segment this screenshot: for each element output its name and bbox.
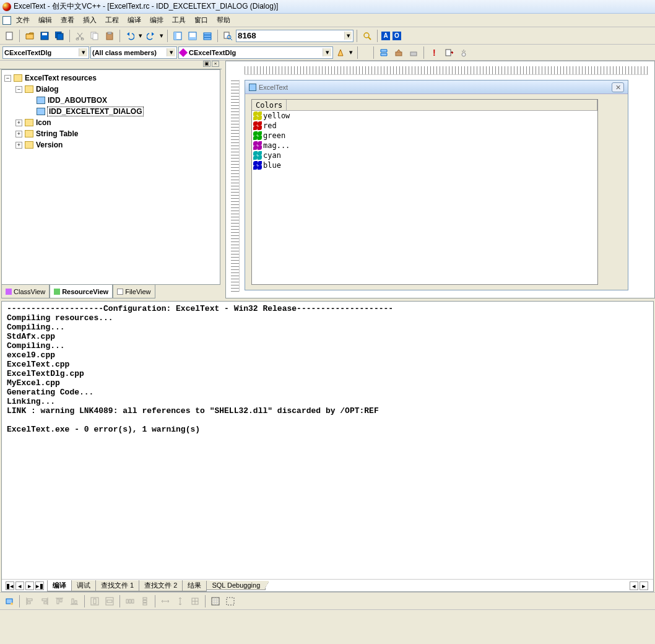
- menu-project[interactable]: 工程: [102, 14, 123, 26]
- collapse-icon[interactable]: −: [4, 75, 11, 82]
- menu-file[interactable]: 文件: [12, 14, 33, 26]
- menu-insert[interactable]: 插入: [79, 14, 100, 26]
- space-down-button: [138, 594, 152, 608]
- same-height-button: [173, 594, 187, 608]
- window-list-button[interactable]: [201, 29, 214, 43]
- func-combo[interactable]: CExcelTextDlg▾: [178, 46, 333, 59]
- members-combo[interactable]: (All class members)▾: [90, 46, 177, 59]
- cut-button[interactable]: [73, 29, 87, 43]
- chevron-down-icon[interactable]: ▾: [167, 48, 175, 56]
- col-empty[interactable]: [287, 100, 597, 110]
- svg-rect-47: [129, 599, 131, 603]
- menu-tools[interactable]: 工具: [168, 14, 189, 26]
- menu-edit[interactable]: 编辑: [35, 14, 56, 26]
- save-button[interactable]: [38, 29, 51, 43]
- tab-nav-first[interactable]: ▮◂: [6, 581, 14, 590]
- tree-root[interactable]: −ExcelText resources: [4, 72, 217, 84]
- copy-button[interactable]: [88, 29, 102, 43]
- redo-button[interactable]: [144, 29, 158, 43]
- undo-button[interactable]: [123, 29, 137, 43]
- list-control[interactable]: Colors yellowredgreenmag...cyanblue: [251, 99, 598, 285]
- list-item[interactable]: blue: [252, 160, 597, 170]
- chevron-down-icon[interactable]: ▾: [79, 48, 87, 56]
- breakpoint-button[interactable]: [457, 46, 471, 59]
- tree-version[interactable]: +Version: [4, 139, 217, 150]
- list-item[interactable]: green: [252, 131, 597, 141]
- svg-rect-16: [204, 35, 211, 37]
- wizard-bar: CExcelTextDlg▾ (All class members)▾ CExc…: [0, 45, 655, 61]
- find-combo[interactable]: ▾: [236, 30, 354, 42]
- space-across-button: [123, 594, 137, 608]
- dock-icon[interactable]: ▣: [203, 61, 210, 67]
- dialog-design-surface[interactable]: ExcelText ✕ Colors yellowredgreenmag...c…: [245, 80, 628, 290]
- tree-icon[interactable]: +Icon: [4, 117, 217, 128]
- expand-icon[interactable]: +: [15, 142, 22, 149]
- tab-nav-last[interactable]: ▸▮: [35, 581, 44, 590]
- resource-tree[interactable]: −ExcelText resources −Dialog IDD_ABOUTBO…: [1, 69, 220, 285]
- build-button[interactable]: [392, 46, 406, 59]
- goto-button[interactable]: [334, 46, 348, 59]
- tree-dlg-about[interactable]: IDD_ABOUTBOX: [4, 95, 217, 106]
- test-dialog-button[interactable]: [2, 594, 16, 608]
- output-button[interactable]: [186, 29, 199, 43]
- output-text[interactable]: --------------------Configuration: Excel…: [2, 302, 653, 579]
- find-in-files-button[interactable]: [221, 29, 235, 43]
- menu-window[interactable]: 窗口: [191, 14, 212, 26]
- saveall-button[interactable]: [53, 29, 66, 43]
- output-tab-sql[interactable]: SQL Debugging: [206, 581, 266, 590]
- workspace-button[interactable]: [171, 29, 184, 43]
- folder-icon: [14, 74, 22, 82]
- compile-button[interactable]: [377, 46, 391, 59]
- tab-classview[interactable]: ClassView: [1, 285, 50, 298]
- close-icon[interactable]: ×: [212, 61, 219, 67]
- collapse-icon[interactable]: −: [15, 86, 22, 93]
- scroll-left[interactable]: ◂: [630, 581, 638, 590]
- list-header: Colors: [252, 100, 597, 111]
- list-item[interactable]: cyan: [252, 150, 597, 160]
- tab-fileview[interactable]: FileView: [113, 285, 155, 298]
- paste-button[interactable]: [103, 29, 116, 43]
- list-item[interactable]: yellow: [252, 111, 597, 121]
- menu-build[interactable]: 编译: [124, 14, 145, 26]
- debug-button[interactable]: [442, 46, 456, 59]
- tree-strtbl[interactable]: +String Table: [4, 128, 217, 139]
- tree-dlg-main[interactable]: IDD_EXCELTEXT_DIALOG: [4, 106, 217, 117]
- expand-icon[interactable]: +: [15, 131, 22, 137]
- tab-resourceview[interactable]: ResourceView: [50, 285, 113, 298]
- menu-view[interactable]: 查看: [57, 14, 78, 26]
- chevron-down-icon[interactable]: ▾: [323, 48, 331, 56]
- find-button[interactable]: [360, 29, 374, 43]
- tab-nav-next[interactable]: ▸: [25, 581, 34, 590]
- class-combo[interactable]: CExcelTextDlg▾: [2, 46, 89, 59]
- output-tab-build[interactable]: 编译: [47, 580, 72, 591]
- svg-rect-49: [143, 598, 147, 599]
- ruler-vertical: [231, 80, 240, 292]
- output-tab-results[interactable]: 结果: [182, 580, 207, 591]
- workspace-tabs: ClassView ResourceView FileView: [0, 285, 222, 298]
- chevron-down-icon[interactable]: ▾: [344, 32, 352, 40]
- toggle-guides-button[interactable]: [223, 594, 237, 608]
- close-icon[interactable]: ✕: [612, 82, 624, 92]
- list-item[interactable]: red: [252, 121, 597, 131]
- run-button[interactable]: !: [427, 46, 441, 59]
- output-tab-find1[interactable]: 查找文件 1: [95, 580, 139, 591]
- toggle-grid-button[interactable]: [209, 594, 222, 608]
- expand-icon[interactable]: +: [15, 120, 22, 126]
- list-item[interactable]: mag...: [252, 141, 597, 150]
- svg-rect-31: [27, 599, 32, 601]
- open-button[interactable]: [23, 29, 37, 43]
- find-input[interactable]: [238, 31, 343, 40]
- A-toggle[interactable]: A: [381, 32, 390, 40]
- col-colors[interactable]: Colors: [252, 100, 287, 110]
- menu-layout[interactable]: 编排: [146, 14, 167, 26]
- tree-dialog[interactable]: −Dialog: [4, 84, 217, 95]
- output-tab-find2[interactable]: 查找文件 2: [139, 580, 183, 591]
- menu-help[interactable]: 帮助: [213, 14, 234, 26]
- new-doc-button[interactable]: [2, 29, 16, 43]
- O-toggle[interactable]: O: [393, 32, 401, 40]
- tab-nav-prev[interactable]: ◂: [15, 581, 24, 590]
- output-tab-debug[interactable]: 调试: [71, 580, 96, 591]
- scroll-right[interactable]: ▸: [640, 581, 648, 590]
- stop-build-button[interactable]: [407, 46, 420, 59]
- dialog-editor[interactable]: ExcelText ✕ Colors yellowredgreenmag...c…: [225, 61, 655, 298]
